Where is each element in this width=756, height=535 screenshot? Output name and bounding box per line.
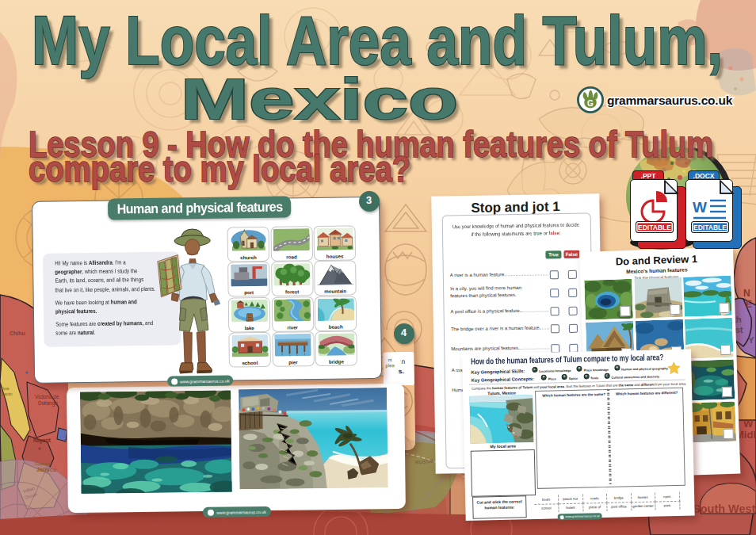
svg-text:Chihu: Chihu xyxy=(10,331,25,336)
svg-text:nt: nt xyxy=(388,357,391,362)
svg-text:Victoria de: Victoria de xyxy=(35,394,59,399)
svg-text:Nayarit: Nayarit xyxy=(33,438,52,444)
svg-text:E: E xyxy=(746,299,752,310)
svg-text:aloa: aloa xyxy=(0,386,10,391)
svg-text:Y: Y xyxy=(748,335,754,345)
svg-text:grammarsaurus.co.uk: grammarsaurus.co.uk xyxy=(607,94,733,107)
svg-text:W: W xyxy=(693,199,707,216)
svg-text:plea: plea xyxy=(386,363,395,368)
svg-text:compare to my local area?: compare to my local area? xyxy=(29,148,410,189)
svg-text:N: N xyxy=(743,288,750,299)
svg-text:Durango: Durango xyxy=(38,400,58,407)
svg-text:G: G xyxy=(587,99,594,108)
svg-text:s.: s. xyxy=(399,367,404,375)
svg-text:W: W xyxy=(743,418,754,430)
svg-text:n: n xyxy=(401,357,405,365)
svg-text:South West: South West xyxy=(693,503,756,515)
svg-text:Mexico: Mexico xyxy=(181,67,458,131)
svg-text:Jalisco: Jalisco xyxy=(36,466,57,473)
svg-text:uliacán: uliacán xyxy=(0,392,13,396)
